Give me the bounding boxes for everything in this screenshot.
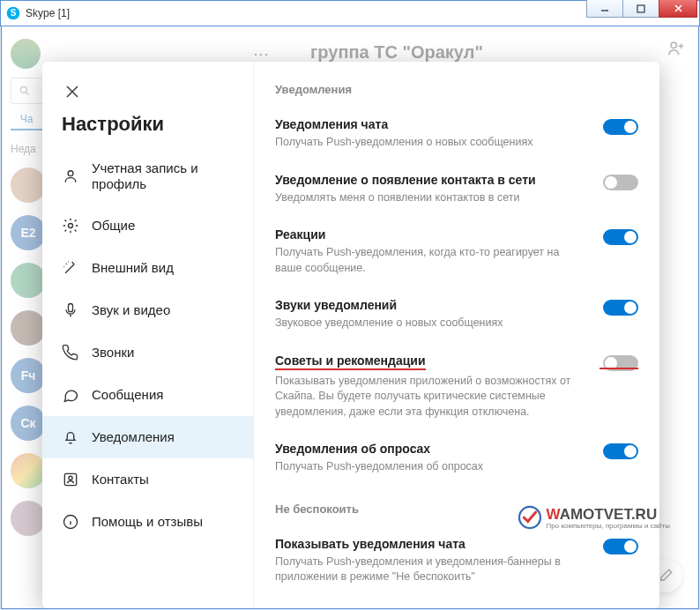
svg-rect-3 — [637, 5, 644, 12]
toggle-chat-notifications[interactable] — [603, 119, 638, 135]
settings-title: Настройки — [42, 113, 253, 148]
nav-calls[interactable]: Звонки — [42, 331, 253, 374]
wand-icon — [62, 259, 79, 277]
minimize-button[interactable] — [586, 0, 623, 18]
setting-dnd-chat: Показывать уведомления чата Получать Pus… — [275, 528, 638, 599]
setting-sounds: Звуки уведомлений Звуковое уведомление о… — [275, 289, 638, 345]
phone-icon — [62, 344, 79, 361]
close-settings-button[interactable] — [58, 78, 86, 106]
svg-point-14 — [69, 224, 73, 228]
setting-chat-notifications: Уведомления чата Получать Push-уведомлен… — [275, 108, 638, 164]
toggle-dnd-chat[interactable] — [603, 539, 638, 554]
nav-appearance[interactable]: Внешний вид — [42, 247, 253, 289]
watermark-icon — [517, 504, 543, 531]
bell-icon — [62, 428, 79, 446]
skype-logo-icon: S — [6, 6, 20, 20]
account-icon — [62, 167, 79, 185]
contacts-icon — [62, 471, 79, 488]
nav-contacts[interactable]: Контакты — [42, 458, 253, 501]
setting-tips: Советы и рекомендации Показывать уведомл… — [275, 345, 638, 434]
nav-help[interactable]: Помощь и отзывы — [42, 501, 253, 543]
close-window-button[interactable] — [659, 0, 697, 18]
svg-text:S: S — [11, 8, 17, 18]
setting-polls: Уведомления об опросах Получать Push-уве… — [275, 433, 638, 488]
info-icon — [62, 513, 79, 531]
svg-point-13 — [68, 171, 73, 176]
window-titlebar: S Skype [1] — [0, 0, 700, 26]
highlight-mark — [599, 368, 638, 369]
setting-dnd-calls: Показывать уведомления о звонках Получат… — [275, 599, 638, 609]
setting-contact-online: Уведомление о появление контакта в сети … — [275, 164, 638, 219]
toggle-polls[interactable] — [603, 443, 638, 459]
toggle-contact-online[interactable] — [603, 175, 638, 190]
toggle-sounds[interactable] — [603, 300, 638, 316]
microphone-icon — [62, 301, 79, 319]
svg-point-17 — [69, 476, 72, 480]
chat-icon — [62, 386, 79, 404]
toggle-reactions[interactable] — [603, 229, 638, 245]
app-frame: ⋯ Ча Неда E2 Fч Ск Крылова Ева15.08.2019… — [1, 26, 699, 609]
nav-general[interactable]: Общие — [42, 205, 253, 247]
maximize-button[interactable] — [622, 0, 659, 18]
nav-audio-video[interactable]: Звук и видео — [42, 289, 253, 331]
window-title: Skype [1] — [26, 7, 70, 19]
nav-messages[interactable]: Сообщения — [42, 374, 253, 416]
gear-icon — [62, 217, 79, 234]
setting-reactions: Реакции Получать Push-уведомления, когда… — [275, 219, 638, 289]
nav-account[interactable]: Учетная запись и профиль — [42, 148, 253, 205]
settings-nav: Настройки Учетная запись и профиль Общие… — [42, 62, 254, 608]
svg-rect-15 — [69, 304, 73, 312]
section-notifications: Уведомления — [275, 83, 638, 96]
watermark: WAMOTVET.RU Про компьютеры, программы и … — [517, 504, 670, 531]
nav-notifications[interactable]: Уведомления — [42, 416, 253, 458]
window-controls — [587, 0, 697, 18]
